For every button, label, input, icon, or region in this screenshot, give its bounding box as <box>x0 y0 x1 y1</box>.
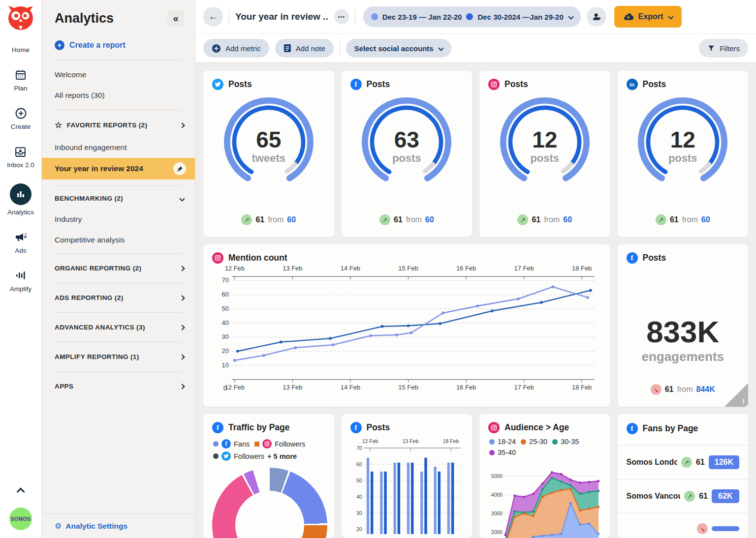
metric-card-linkedin-posts[interactable]: in Posts 12 posts ↗ 61 from 60 <box>618 71 749 237</box>
svg-text:30: 30 <box>356 510 362 516</box>
back-button[interactable]: ← <box>203 7 223 27</box>
export-button[interactable]: Export <box>614 6 682 28</box>
gauge-value: 65 <box>216 128 321 151</box>
audience-age-card[interactable]: Audience > Age 18-24 25-30 30-35 35-40 5… <box>479 414 610 538</box>
plus-icon: + <box>55 40 64 50</box>
share-add-user-button[interactable] <box>587 7 606 27</box>
section-apps[interactable]: APPS <box>42 372 195 401</box>
engagements-card[interactable]: f Posts 833K engagements ↘ 61 from 844K … <box>618 244 749 407</box>
card-title: Posts <box>228 79 252 90</box>
fans-count-badge <box>712 526 739 531</box>
section-amplify-reporting[interactable]: AMPLIFY REPORTING (1) <box>42 342 195 371</box>
svg-text:18 Feb: 18 Feb <box>572 265 592 272</box>
filters-button[interactable]: Filters <box>699 39 748 58</box>
svg-text:20: 20 <box>221 347 228 355</box>
analytic-settings-link[interactable]: ⚙ Analytic Settings <box>42 513 195 538</box>
card-title: Mention count <box>228 253 287 263</box>
note-icon <box>284 44 291 53</box>
audience-age-area-chart: 5000400030002000 <box>488 456 601 538</box>
metric-card-facebook-posts[interactable]: f Posts 63 posts ↗ 61 from 60 <box>342 71 472 237</box>
svg-text:70: 70 <box>221 276 228 284</box>
section-ads-reporting[interactable]: ADS REPORTING (2) <box>42 283 195 312</box>
instagram-icon <box>488 79 500 90</box>
fans-row-somos-london[interactable]: Somos London ↗ 61 126K <box>618 445 749 479</box>
gauge-unit: tweets <box>216 152 321 165</box>
filter-funnel-icon <box>707 44 715 52</box>
add-metric-button[interactable]: Add metric <box>203 39 269 58</box>
trend-up-icon: ↗ <box>379 214 390 225</box>
posts-bar-card[interactable]: f Posts 70605040302012 Feb13 Feb18 Feb <box>342 414 472 538</box>
svg-text:16 Feb: 16 Feb <box>456 265 476 272</box>
svg-text:20: 20 <box>356 526 362 533</box>
svg-text:14 Feb: 14 Feb <box>341 265 360 272</box>
instagram-icon <box>212 252 223 264</box>
report-toolbar: Add metric Add note Select social accoun… <box>195 33 756 63</box>
pin-icon[interactable] <box>173 162 186 175</box>
svg-text:18 Feb: 18 Feb <box>572 384 592 391</box>
svg-text:50: 50 <box>221 305 228 312</box>
rail-item-plan[interactable]: Plan <box>14 68 27 92</box>
svg-text:2000: 2000 <box>491 529 503 536</box>
more-options-button[interactable]: ••• <box>334 9 349 24</box>
sidebar-item-year-in-review-active[interactable]: Your year in review 2024 <box>42 158 195 179</box>
svg-text:5000: 5000 <box>491 473 503 479</box>
trend-up-icon: ↗ <box>684 491 695 502</box>
svg-text:14 Feb: 14 Feb <box>341 384 360 391</box>
section-favorite-reports[interactable]: ☆FAVORITE REPORTS (2) <box>42 113 195 137</box>
rail-item-create[interactable]: Create <box>11 107 31 130</box>
fans-row-partial[interactable]: ↘ <box>618 513 749 538</box>
section-benchmarking[interactable]: BENCHMARKING (2) <box>42 188 195 209</box>
facebook-icon: f <box>350 422 362 433</box>
svg-text:12 Feb: 12 Feb <box>225 384 245 391</box>
rail-item-analytics[interactable]: Analytics <box>7 183 34 216</box>
bar-chart-icon <box>10 183 32 205</box>
twitter-icon <box>212 79 223 90</box>
rail-item-inbox[interactable]: Inbox 2.0 <box>7 145 34 169</box>
svg-text:13 Feb: 13 Feb <box>402 438 418 445</box>
fans-by-page-card[interactable]: f Fans by Page Somos London ↗ 61 126K So… <box>618 414 749 538</box>
date-range-selector[interactable]: Dec 23-19 — Jan 22-20 Dec 30-2024 —Jan 2… <box>363 6 581 27</box>
rail-item-label: Amplify <box>10 285 32 293</box>
sidebar-item-industry[interactable]: Industry <box>42 209 195 230</box>
card-title: Posts <box>367 422 390 433</box>
linkedin-icon: in <box>627 79 638 90</box>
fans-row-somos-vancouver[interactable]: Somos Vancouver ↗ 61 62K <box>618 479 749 513</box>
trend-up-icon: ↗ <box>681 457 692 468</box>
facebook-icon: f <box>627 252 638 264</box>
rail-item-ads[interactable]: Ads <box>14 231 27 254</box>
plus-circle-icon <box>212 44 221 53</box>
instagram-icon <box>262 439 272 448</box>
range-2-dot <box>466 13 473 20</box>
collapse-rail-chevron[interactable] <box>17 488 25 496</box>
svg-text:3000: 3000 <box>491 510 503 517</box>
svg-text:4000: 4000 <box>491 492 503 498</box>
hootsuite-owl-logo[interactable] <box>7 5 34 32</box>
metric-card-instagram-posts[interactable]: Posts 12 posts ↗ 61 from 60 <box>479 71 610 237</box>
rail-item-home[interactable]: Home <box>12 46 30 54</box>
sidebar-item-welcome[interactable]: Welcome <box>42 64 195 85</box>
traffic-by-page-card[interactable]: f Traffic by Page f Fans Followers Follo… <box>203 414 334 538</box>
sidebar-item-competitive-analysis[interactable]: Competitive analysis <box>42 230 195 250</box>
card-title: Traffic by Page <box>228 422 290 433</box>
metric-card-twitter-posts[interactable]: Posts 65 tweets ↗ 61 from 60 <box>203 71 334 237</box>
svg-text:50: 50 <box>356 478 362 484</box>
card-title: Posts <box>504 79 528 90</box>
avatar[interactable]: SOMOS <box>9 508 32 530</box>
section-organic-reporting[interactable]: ORGANIC REPORTING (2) <box>42 254 195 283</box>
sidebar-item-all-reports[interactable]: All reports (30) <box>42 85 195 106</box>
sidebar-item-inbound-engagement[interactable]: Inbound engagement <box>42 137 195 158</box>
svg-text:17 Feb: 17 Feb <box>514 384 534 391</box>
rail-item-amplify[interactable]: Amplify <box>10 269 32 293</box>
add-note-button[interactable]: Add note <box>275 39 334 58</box>
collapse-sidebar-button[interactable]: « <box>167 10 184 27</box>
section-advanced-analytics[interactable]: ADVANCED ANALYTICS (3) <box>42 313 195 342</box>
chevron-down-icon <box>568 14 573 19</box>
engagements-unit: engagements <box>627 349 740 364</box>
create-report-button[interactable]: + Create a report <box>42 35 195 60</box>
trend-down-icon: ↘ <box>697 523 708 534</box>
traffic-legend: f Fans Followers Followers + 5 more <box>213 439 325 461</box>
megaphone-icon <box>14 231 27 243</box>
select-social-accounts-dropdown[interactable]: Select social accounts <box>346 39 451 58</box>
mention-count-card[interactable]: Mention count 1020304050607012 Feb13 Feb… <box>203 244 610 407</box>
range-1-dot <box>371 13 378 20</box>
